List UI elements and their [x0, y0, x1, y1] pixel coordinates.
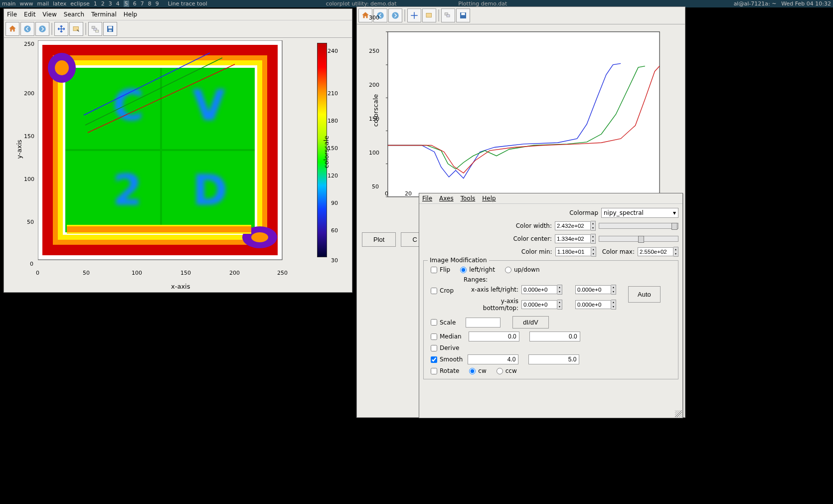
secondary-button[interactable]: C	[401, 232, 420, 247]
menu-file[interactable]: File	[7, 11, 17, 18]
image-mod-group: Image Modification Flip left/right up/do…	[423, 260, 678, 379]
svg-rect-33	[447, 15, 450, 17]
cbtick: 90	[331, 200, 338, 206]
ws-mail[interactable]: mail	[37, 0, 49, 7]
home-icon[interactable]	[5, 22, 19, 36]
cbtick: 180	[328, 118, 338, 124]
svg-text:V: V	[192, 81, 225, 130]
menu-help[interactable]: Help	[124, 11, 137, 18]
xtick: 200	[229, 270, 240, 276]
scale-input[interactable]	[466, 318, 500, 328]
ws-8[interactable]: 8	[148, 0, 152, 7]
ws-eclipse[interactable]: eclipse	[70, 0, 89, 7]
median-input-1[interactable]	[469, 332, 519, 341]
cbtick: 60	[331, 227, 338, 234]
ws-1[interactable]: 1	[94, 0, 97, 7]
heatmap-plot[interactable]: C V 2 D	[38, 40, 287, 265]
didv-button[interactable]: dI/dV	[512, 316, 548, 329]
menu-edit[interactable]: Edit	[24, 11, 35, 18]
ws-3[interactable]: 3	[109, 0, 112, 7]
xtick: 0	[385, 190, 388, 197]
cw-radio[interactable]: cw	[469, 367, 486, 374]
back-icon[interactable]	[20, 22, 34, 36]
x-right-spin[interactable]: ▴▾	[575, 285, 616, 295]
ccw-radio[interactable]: ccw	[497, 367, 517, 374]
svg-rect-7	[108, 26, 112, 29]
ws-2[interactable]: 2	[101, 0, 105, 7]
ud-radio[interactable]: up/down	[505, 266, 540, 273]
menu-terminal[interactable]: Terminal	[91, 11, 117, 18]
forward-icon[interactable]	[35, 22, 49, 36]
y-top-spin[interactable]: ▴▾	[575, 300, 616, 310]
host-label: al@al-7121a: ~	[734, 0, 777, 7]
save-icon[interactable]	[103, 22, 117, 36]
svg-point-21	[55, 60, 69, 75]
smooth-input-1[interactable]	[468, 354, 518, 364]
ws-main[interactable]: main	[2, 0, 15, 7]
forward-icon[interactable]	[388, 8, 402, 22]
smooth-input-2[interactable]	[528, 354, 579, 364]
ytick: 100	[369, 150, 379, 156]
color-center-spin[interactable]: ▴▾	[555, 234, 596, 244]
zoom-icon[interactable]	[422, 8, 436, 22]
ws-www[interactable]: www	[19, 0, 33, 7]
ws-6[interactable]: 6	[133, 0, 137, 7]
move-icon[interactable]	[407, 8, 421, 22]
ytick: 50	[27, 219, 34, 225]
ws-4[interactable]: 4	[116, 0, 120, 7]
zoom-icon[interactable]	[69, 22, 83, 36]
lr-radio[interactable]: left/right	[460, 266, 495, 273]
flip-check[interactable]: Flip	[431, 266, 450, 273]
color-max-spin[interactable]: ▴▾	[638, 247, 678, 257]
configure-icon[interactable]	[441, 8, 455, 22]
y-bottom-spin[interactable]: ▴▾	[521, 300, 562, 310]
ws-latex[interactable]: latex	[53, 0, 66, 7]
median-check[interactable]: Median	[431, 333, 462, 340]
ytick: 200	[369, 82, 379, 88]
cbtick: 120	[328, 172, 338, 179]
menu-view[interactable]: View	[42, 11, 56, 18]
svg-rect-5	[96, 30, 99, 32]
dlg-menu-help[interactable]: Help	[482, 195, 496, 202]
color-min-spin[interactable]: ▴▾	[555, 247, 596, 257]
resize-grip-icon[interactable]	[675, 410, 682, 417]
save-icon[interactable]	[456, 8, 470, 22]
dlg-menu-tools[interactable]: Tools	[461, 195, 476, 202]
median-input-2[interactable]	[529, 332, 580, 341]
crop-check[interactable]: Crop	[431, 287, 454, 294]
ytick: 200	[24, 90, 34, 97]
left-toolbar	[4, 20, 352, 38]
svg-rect-31	[426, 13, 432, 17]
ws-5[interactable]: 5	[124, 0, 129, 7]
x-left-spin[interactable]: ▴▾	[521, 285, 562, 295]
color-center-slider[interactable]	[599, 236, 678, 242]
color-width-slider[interactable]	[599, 223, 678, 229]
colormap-combo[interactable]: nipy_spectral▾	[601, 208, 678, 218]
plot-button[interactable]: Plot	[362, 232, 396, 247]
scale-check[interactable]: Scale	[431, 319, 456, 326]
dlg-menu-axes[interactable]: Axes	[439, 195, 454, 202]
ws-9[interactable]: 9	[156, 0, 159, 7]
svg-rect-25	[67, 226, 251, 232]
move-icon[interactable]	[54, 22, 68, 36]
heatmap-ylabel: y-axis	[15, 140, 23, 159]
ytick: 150	[369, 116, 379, 122]
ws-7[interactable]: 7	[141, 0, 144, 7]
colormap-label: Colormap	[569, 209, 598, 216]
left-menubar: File Edit View Search Terminal Help	[4, 9, 352, 20]
derive-check[interactable]: Derive	[431, 344, 459, 351]
xtick: 20	[405, 190, 412, 197]
svg-text:2: 2	[113, 166, 142, 215]
color-width-spin[interactable]: ▴▾	[555, 221, 596, 231]
configure-icon[interactable]	[88, 22, 102, 36]
cbtick: 240	[328, 48, 338, 54]
color-max-label: Color max:	[602, 248, 635, 255]
svg-text:D: D	[192, 166, 228, 215]
auto-button[interactable]: Auto	[628, 286, 661, 303]
menu-search[interactable]: Search	[64, 11, 84, 18]
line-chart[interactable]	[362, 27, 666, 211]
xtick: 100	[132, 270, 142, 276]
rotate-check[interactable]: Rotate	[431, 367, 459, 374]
smooth-check[interactable]: Smooth	[431, 356, 463, 363]
dlg-menu-file[interactable]: File	[422, 195, 432, 202]
